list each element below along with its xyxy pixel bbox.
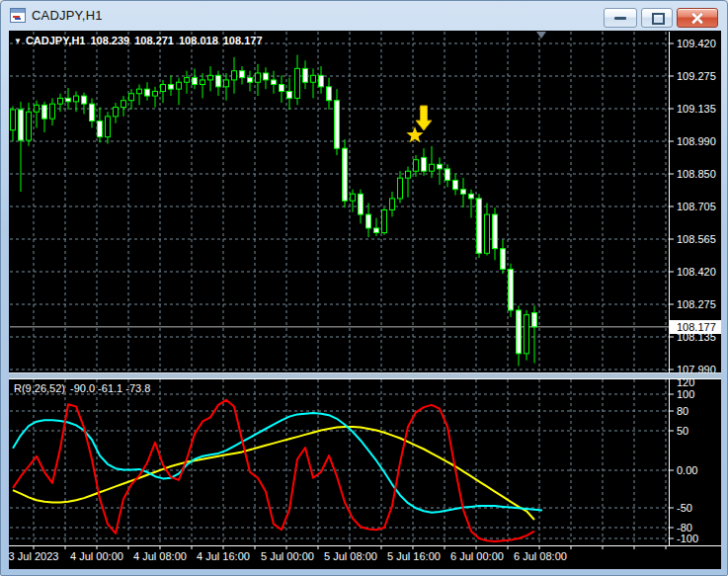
svg-text:109.135: 109.135 (677, 103, 716, 115)
chart-header: ▼CADJPY,H1108.239108.271108.018108.177 (14, 35, 268, 46)
header-low: 108.018 (179, 35, 218, 46)
close-button[interactable] (677, 8, 718, 28)
symbol-dropdown-icon[interactable]: ▼ (14, 37, 22, 45)
indicator-axis: 12010080500.00-50-80-100 (669, 376, 698, 544)
svg-text:4 Jul 08:00: 4 Jul 08:00 (133, 550, 187, 562)
svg-text:-50: -50 (677, 502, 692, 514)
restore-button[interactable] (641, 8, 673, 28)
svg-text:5 Jul 00:00: 5 Jul 00:00 (261, 550, 314, 562)
current-price-label: 108.177 (677, 321, 716, 333)
price-chart[interactable]: 109.420109.275109.135108.990108.850108.7… (9, 31, 721, 569)
window-title: CADJPY,H1 (32, 8, 103, 23)
chart-client-area[interactable]: 109.420109.275109.135108.990108.850108.7… (9, 31, 721, 569)
indicator-values: -90.0 -61.1 -73.8 (70, 382, 150, 394)
svg-text:80: 80 (677, 405, 688, 417)
svg-text:108.850: 108.850 (677, 168, 716, 180)
svg-text:108.275: 108.275 (677, 298, 716, 310)
minimize-button[interactable] (604, 8, 637, 28)
svg-text:109.275: 109.275 (677, 70, 716, 82)
svg-text:108.565: 108.565 (677, 233, 716, 245)
svg-text:4 Jul 16:00: 4 Jul 16:00 (197, 550, 250, 562)
header-symbol: CADJPY,H1 (26, 35, 86, 46)
svg-text:6 Jul 00:00: 6 Jul 00:00 (450, 550, 504, 562)
svg-text:5 Jul 08:00: 5 Jul 08:00 (324, 550, 377, 562)
titlebar[interactable]: CADJPY,H1 (1, 1, 727, 31)
chart-window-icon (10, 8, 26, 23)
svg-text:5 Jul 16:00: 5 Jul 16:00 (387, 550, 441, 562)
down-arrow-annotation (416, 106, 432, 130)
svg-text:109.420: 109.420 (677, 38, 716, 49)
svg-text:100: 100 (677, 388, 694, 400)
annotations-layer[interactable] (406, 106, 432, 142)
svg-text:108.990: 108.990 (677, 135, 716, 147)
svg-text:0.00: 0.00 (677, 464, 697, 476)
indicator-name: R(9,26,52) (14, 382, 65, 394)
close-icon (678, 9, 717, 27)
header-close: 108.177 (223, 35, 263, 46)
header-open: 108.239 (90, 35, 129, 46)
time-axis: 3 Jul 20234 Jul 00:004 Jul 08:004 Jul 16… (9, 545, 666, 562)
svg-text:3 Jul 2023: 3 Jul 2023 (9, 550, 58, 562)
svg-text:-100: -100 (677, 533, 698, 544)
svg-text:108.705: 108.705 (677, 201, 716, 212)
candles-layer (11, 55, 537, 367)
star-annotation (406, 126, 423, 142)
indicator-label: R(9,26,52)-90.0 -61.1 -73.8 (14, 382, 155, 394)
pane-divider[interactable] (9, 372, 721, 379)
price-axis: 109.420109.275109.135108.990108.850108.7… (669, 38, 721, 375)
chart-window: CADJPY,H1 109.420109.275109.135108.99010… (0, 0, 728, 576)
header-high: 108.271 (134, 35, 174, 46)
svg-text:108.420: 108.420 (677, 266, 716, 278)
svg-text:50: 50 (677, 425, 688, 437)
minimize-icon (614, 17, 626, 20)
restore-icon (652, 13, 665, 25)
svg-text:6 Jul 08:00: 6 Jul 08:00 (514, 550, 567, 562)
svg-text:4 Jul 00:00: 4 Jul 00:00 (70, 550, 123, 562)
